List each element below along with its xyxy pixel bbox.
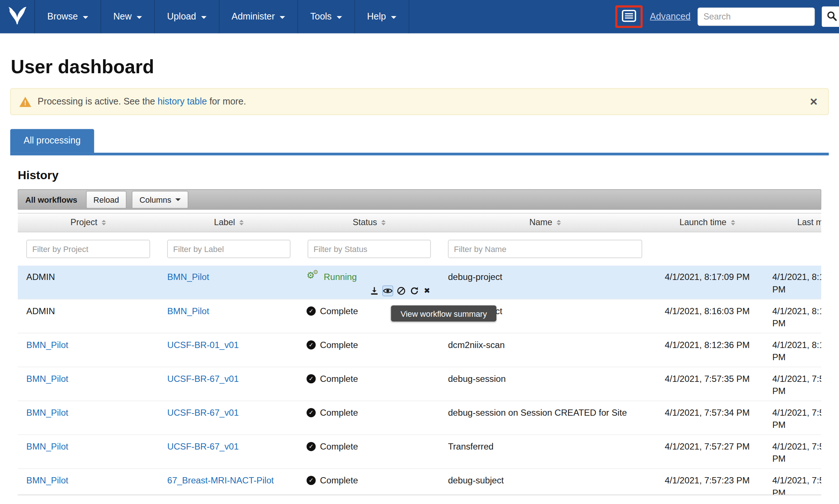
label-link[interactable]: UCSF-BR-67_v01 xyxy=(167,408,239,417)
warning-icon: ! xyxy=(20,96,31,107)
cell-launch-time: 4/1/2021, 8:17:09 PM xyxy=(651,266,764,299)
nav-tools[interactable]: Tools xyxy=(298,0,355,33)
status-text: Complete xyxy=(320,373,358,385)
label-link[interactable]: UCSF-BR-67_v01 xyxy=(167,441,239,451)
table-row[interactable]: BMN_Pilot UCSF-BR-67_v01 ✓ Complete debu… xyxy=(18,367,821,401)
nav-administer[interactable]: Administer xyxy=(219,0,298,33)
label-link[interactable]: UCSF-BR-01_v01 xyxy=(167,340,239,349)
cell-last-modified: 4/1/2021, 8:16: PM xyxy=(764,299,821,333)
search-button[interactable] xyxy=(822,7,839,27)
nav-help-label: Help xyxy=(367,11,386,22)
filter-label-input[interactable] xyxy=(167,240,291,258)
chevron-down-icon xyxy=(137,16,142,18)
filter-project-input[interactable] xyxy=(26,240,150,258)
processing-alert: ! Processing is active. See the history … xyxy=(10,88,829,115)
column-header-project[interactable]: Project xyxy=(18,213,159,232)
cell-name: debug-session on Session CREATED for Sit… xyxy=(439,401,651,434)
project-link[interactable]: BMN_Pilot xyxy=(26,408,68,417)
cell-last-modified: 4/1/2021, 7:57: PM xyxy=(764,469,821,495)
workflow-actions: ✖ xyxy=(370,286,431,296)
cell-project: ADMIN xyxy=(18,266,159,299)
quick-links-button[interactable] xyxy=(617,7,641,26)
table-row[interactable]: BMN_Pilot UCSF-BR-67_v01 ✓ Complete Tran… xyxy=(18,435,821,469)
nav-upload-label: Upload xyxy=(167,11,196,22)
chevron-down-icon xyxy=(201,16,206,18)
chevron-down-icon xyxy=(176,198,181,201)
download-icon[interactable] xyxy=(370,286,379,296)
history-title: History xyxy=(18,168,821,182)
project-link[interactable]: BMN_Pilot xyxy=(26,441,68,451)
label-link[interactable]: 67_Breast-MRI-NACT-Pilot xyxy=(167,475,274,485)
table-row[interactable]: BMN_Pilot 67_Breast-MRI-NACT-Pilot ✓ Com… xyxy=(18,469,821,495)
nav-help[interactable]: Help xyxy=(355,0,409,33)
view-summary-eye-icon[interactable] xyxy=(383,286,393,296)
columns-button[interactable]: Columns xyxy=(132,191,188,208)
cell-launch-time: 4/1/2021, 8:12:36 PM xyxy=(651,333,764,367)
cell-name: dcm2niix-scan xyxy=(439,333,651,367)
cell-status: ✓ Complete xyxy=(299,367,439,401)
cell-last-modified: 4/1/2021, 7:57: PM xyxy=(764,367,821,401)
cell-project: BMN_Pilot xyxy=(18,367,159,401)
tab-all-processing[interactable]: All processing xyxy=(10,129,94,153)
close-icon[interactable]: × xyxy=(808,95,819,108)
sort-icon xyxy=(239,220,244,226)
search-icon xyxy=(826,10,837,23)
nav-new[interactable]: New xyxy=(101,0,155,33)
refresh-icon[interactable] xyxy=(410,286,419,296)
history-table: Project Label Status Name Launch time xyxy=(18,213,821,495)
history-panel: History All workflows Reload Columns Pro… xyxy=(10,153,829,495)
main-menu: Browse New Upload Administer Tools Help xyxy=(35,0,409,33)
cell-name: Transferred xyxy=(439,435,651,468)
project-link[interactable]: BMN_Pilot xyxy=(26,374,68,383)
history-table-link[interactable]: history table xyxy=(157,96,207,107)
history-toolbar: All workflows Reload Columns xyxy=(18,189,821,210)
nav-browse-label: Browse xyxy=(47,11,78,22)
project-link[interactable]: BMN_Pilot xyxy=(26,340,68,349)
navbar-right: Advanced xyxy=(616,0,839,33)
running-gears-icon: ⚙⚙ xyxy=(307,273,319,282)
alert-text: Processing is active. See the history ta… xyxy=(38,96,246,107)
cell-launch-time: 4/1/2021, 8:16:03 PM xyxy=(651,299,764,333)
search-input[interactable] xyxy=(698,7,815,26)
column-header-last-modified[interactable]: Last modified xyxy=(764,213,821,232)
user-dashboard-page: Browse New Upload Administer Tools Help xyxy=(0,0,839,504)
cell-label: 67_Breast-MRI-NACT-Pilot xyxy=(159,469,299,495)
status-text: Complete xyxy=(320,440,358,453)
cell-launch-time: 4/1/2021, 7:57:34 PM xyxy=(651,401,764,434)
cell-label: UCSF-BR-67_v01 xyxy=(159,401,299,434)
nav-browse[interactable]: Browse xyxy=(35,0,101,33)
sort-icon xyxy=(556,220,561,226)
cell-project: BMN_Pilot xyxy=(18,401,159,434)
advanced-search-link[interactable]: Advanced xyxy=(650,11,691,22)
kill-x-icon[interactable]: ✖ xyxy=(423,286,431,296)
filter-status-input[interactable] xyxy=(308,240,431,258)
annotation-highlight-box xyxy=(616,6,643,28)
cell-status: ✓ Complete xyxy=(299,333,439,367)
cell-status: ⚙⚙ Running ✖ xyxy=(299,266,439,299)
cancel-circle-slash-icon[interactable] xyxy=(397,286,406,296)
table-row[interactable]: BMN_Pilot UCSF-BR-67_v01 ✓ Complete debu… xyxy=(18,401,821,435)
filter-name-input[interactable] xyxy=(448,240,642,258)
table-row[interactable]: BMN_Pilot UCSF-BR-01_v01 ✓ Complete dcm2… xyxy=(18,333,821,367)
label-link[interactable]: BMN_Pilot xyxy=(167,272,209,282)
list-icon xyxy=(622,10,636,24)
tooltip: View workflow summary xyxy=(391,305,496,322)
label-link[interactable]: BMN_Pilot xyxy=(167,306,209,316)
table-row[interactable]: ADMIN BMN_Pilot ⚙⚙ Running ✖ debug xyxy=(18,266,821,299)
cell-project: ADMIN xyxy=(18,299,159,333)
complete-check-icon: ✓ xyxy=(307,408,316,418)
reload-button[interactable]: Reload xyxy=(86,191,126,208)
column-header-label[interactable]: Label xyxy=(159,213,299,232)
cell-last-modified: 4/1/2021, 8:17: PM xyxy=(764,266,821,299)
column-header-status[interactable]: Status xyxy=(299,213,439,232)
sort-icon xyxy=(381,220,386,226)
cell-project: BMN_Pilot xyxy=(18,333,159,367)
nav-upload[interactable]: Upload xyxy=(155,0,219,33)
column-header-launch-time[interactable]: Launch time xyxy=(651,213,764,232)
column-header-name[interactable]: Name xyxy=(439,213,651,232)
cell-project: BMN_Pilot xyxy=(18,435,159,468)
label-link[interactable]: UCSF-BR-67_v01 xyxy=(167,374,239,383)
project-link[interactable]: BMN_Pilot xyxy=(26,475,68,485)
xnat-logo[interactable] xyxy=(0,0,35,33)
chevron-down-icon xyxy=(391,16,396,18)
